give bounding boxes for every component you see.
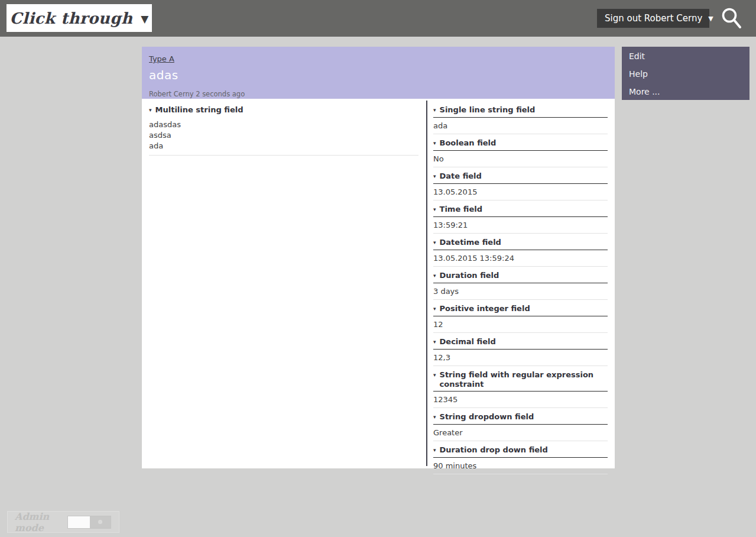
collapse-triangle-icon: ▾ [433,138,440,148]
field-header-duration-drop-down-field[interactable]: ▾Duration drop down field [433,445,608,458]
top-bar: Click through ▼ Sign out Robert Cerny ▼ [0,0,756,37]
field-duration-drop-down-field: ▾Duration drop down field90 minutes [433,445,608,474]
app-logo-text: Click through [10,9,133,27]
field-boolean-field: ▾Boolean fieldNo [433,138,608,167]
field-header-multiline-string-field[interactable]: ▾Multiline string field [149,105,418,115]
field-value-duration-field: 3 days [433,283,608,300]
field-label-text: Date field [440,172,482,181]
collapse-triangle-icon: ▾ [149,105,155,115]
field-date-field: ▾Date field13.05.2015 [433,172,608,200]
field-header-decimal-field[interactable]: ▾Decimal field [433,337,608,350]
field-value-single-line-string-field: ada [433,118,608,134]
field-header-time-field[interactable]: ▾Time field [433,205,608,217]
sign-out-button[interactable]: Sign out Robert Cerny ▼ [597,9,709,28]
field-time-field: ▾Time field13:59:21 [433,205,608,234]
field-value-boolean-field: No [433,151,608,167]
collapse-triangle-icon: ▾ [433,172,440,181]
field-value-duration-drop-down-field: 90 minutes [433,458,608,474]
field-label-text: String field with regular expression con… [440,370,608,389]
field-single-line-string-field: ▾Single line string fieldada [433,105,608,134]
field-label-text: Boolean field [440,138,497,148]
column-divider [426,101,427,466]
field-header-string-field-with-regular-expression-constraint[interactable]: ▾String field with regular expression co… [433,370,608,392]
search-button[interactable] [718,5,745,32]
collapse-triangle-icon: ▾ [433,445,440,455]
collapse-triangle-icon: ▾ [433,304,440,313]
admin-mode-label: Admin mode [8,511,67,533]
record-title: adas [149,68,608,82]
field-header-date-field[interactable]: ▾Date field [433,172,608,184]
field-label-text: Multiline string field [155,105,244,115]
field-value-multiline-string-field: adasdas asdsa ada [149,119,418,156]
toggle-knob-icon [98,520,102,524]
field-header-duration-field[interactable]: ▾Duration field [433,271,608,283]
toggle-on-segment [90,516,111,528]
search-icon [718,5,745,32]
field-string-field-with-regular-expression-constraint: ▾String field with regular expression co… [433,370,608,408]
field-header-positive-integer-field[interactable]: ▾Positive integer field [433,304,608,316]
field-label-text: Datetime field [440,238,501,247]
admin-mode-widget: Admin mode [7,511,119,533]
collapse-triangle-icon: ▾ [433,238,440,247]
field-header-string-dropdown-field[interactable]: ▾String dropdown field [433,412,608,425]
record-content: ▾Multiline string fieldadasdas asdsa ada… [142,99,615,468]
field-label-text: Positive integer field [440,304,530,313]
field-value-string-field-with-regular-expression-constraint: 12345 [433,392,608,408]
field-header-datetime-field[interactable]: ▾Datetime field [433,238,608,250]
field-datetime-field: ▾Datetime field13.05.2015 13:59:24 [433,238,608,267]
collapse-triangle-icon: ▾ [433,205,440,214]
field-header-single-line-string-field[interactable]: ▾Single line string field [433,105,608,118]
collapse-triangle-icon: ▾ [433,337,440,347]
collapse-triangle-icon: ▾ [433,271,440,280]
chevron-down-icon: ▼ [702,15,713,22]
field-label-text: Time field [440,205,482,214]
field-value-date-field: 13.05.2015 [433,184,608,200]
record-header: Type A adas Robert Cerny 2 seconds ago [142,47,615,99]
app-logo-dropdown[interactable]: Click through ▼ [7,4,152,32]
collapse-triangle-icon: ▾ [433,105,440,115]
field-value-positive-integer-field: 12 [433,316,608,333]
field-duration-field: ▾Duration field3 days [433,271,608,300]
field-label-text: Single line string field [440,105,536,115]
toggle-off-segment [68,516,90,528]
collapse-triangle-icon: ▾ [433,412,440,422]
chevron-down-icon: ▼ [141,11,148,25]
field-value-datetime-field: 13.05.2015 13:59:24 [433,250,608,267]
action-menu: EditHelpMore ... [622,47,749,100]
field-decimal-field: ▾Decimal field12,3 [433,337,608,366]
sign-out-label: Sign out Robert Cerny [605,13,702,24]
field-value-time-field: 13:59:21 [433,217,608,234]
field-label-text: Decimal field [440,337,496,347]
record-meta: Robert Cerny 2 seconds ago [149,90,608,98]
field-header-boolean-field[interactable]: ▾Boolean field [433,138,608,151]
menu-item-help[interactable]: Help [622,66,749,83]
admin-mode-toggle[interactable] [67,516,111,529]
field-label-text: Duration field [440,271,499,280]
record-type-link[interactable]: Type A [149,54,174,63]
field-label-text: String dropdown field [440,412,534,422]
field-multiline-string-field: ▾Multiline string fieldadasdas asdsa ada [149,105,418,156]
field-label-text: Duration drop down field [440,445,548,455]
field-string-dropdown-field: ▾String dropdown fieldGreater [433,412,608,441]
fields-column-left: ▾Multiline string fieldadasdas asdsa ada [149,105,418,160]
menu-item-more[interactable]: More ... [622,83,749,101]
menu-item-edit[interactable]: Edit [622,48,749,66]
field-value-decimal-field: 12,3 [433,350,608,366]
collapse-triangle-icon: ▾ [433,370,440,380]
field-value-string-dropdown-field: Greater [433,425,608,441]
field-positive-integer-field: ▾Positive integer field12 [433,304,608,333]
fields-column-right: ▾Single line string fieldada▾Boolean fie… [433,105,608,478]
